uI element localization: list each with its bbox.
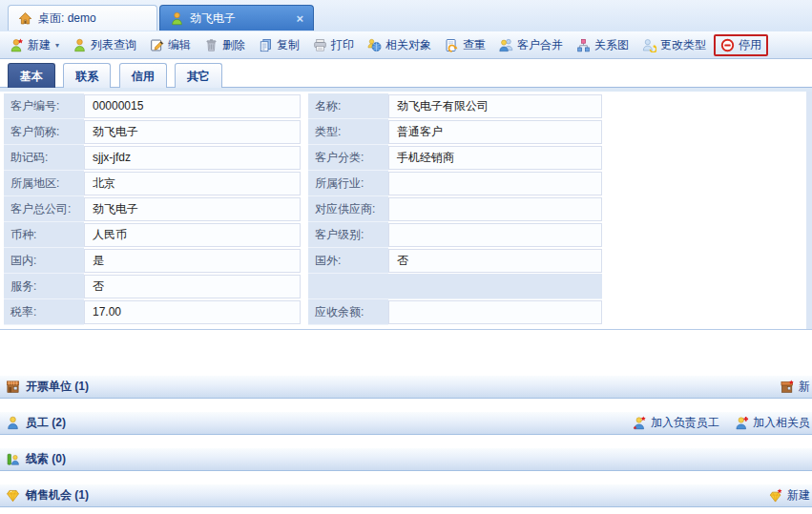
tab-customer-label: 劲飞电子 — [190, 10, 236, 27]
field-label: 国外: — [308, 248, 388, 274]
relationship-graph-label: 关系图 — [594, 37, 629, 53]
receivable-balance-value — [388, 300, 602, 324]
new-opportunity-button[interactable]: 新建 — [769, 487, 810, 504]
field-label: 币种: — [4, 222, 84, 248]
parent-company-value: 劲飞电子 — [84, 197, 301, 221]
column-gap — [301, 196, 308, 222]
edit-icon — [150, 38, 164, 52]
tab-other[interactable]: 其它 — [175, 63, 222, 90]
relationship-graph-button[interactable]: 关系图 — [571, 34, 635, 56]
change-type-icon — [642, 38, 656, 52]
customer-level-value — [388, 223, 602, 247]
field-label: 所属地区: — [4, 171, 84, 196]
field-label: 客户级别: — [308, 222, 388, 248]
customer-icon — [170, 11, 184, 26]
customer-name-value: 劲飞电子有限公司 — [388, 94, 602, 118]
related-objects-button[interactable]: 相关对象 — [362, 34, 437, 56]
merge-customers-label: 客户合并 — [517, 37, 563, 53]
section-leads[interactable]: 线索 (0) — [0, 447, 812, 471]
print-button[interactable]: 打印 — [307, 34, 360, 56]
section-sales-opportunities[interactable]: 销售机会 (1) 新建 — [0, 483, 812, 507]
field-label: 名称: — [308, 93, 388, 119]
duplicate-check-icon — [445, 38, 459, 52]
column-gap — [301, 248, 308, 274]
disable-label: 停用 — [739, 37, 761, 53]
check-duplicate-button[interactable]: 查重 — [439, 34, 491, 56]
org-chart-icon — [576, 38, 591, 52]
list-query-button[interactable]: 列表查询 — [67, 34, 142, 56]
print-label: 打印 — [331, 37, 354, 53]
field-label: 国内: — [4, 248, 84, 274]
tab-desktop-label: 桌面: demo — [38, 10, 96, 27]
new-billing-unit-label: 新 — [799, 379, 810, 395]
disable-button[interactable]: 停用 — [714, 34, 768, 56]
section-actions: 新 — [781, 379, 810, 395]
printer-icon — [313, 38, 327, 52]
column-gap — [301, 274, 308, 299]
column-gap — [301, 222, 308, 248]
supplier-value — [388, 197, 602, 221]
field-label: 客户编号: — [4, 93, 84, 119]
column-gap — [301, 299, 308, 325]
tax-rate-value: 17.00 — [84, 300, 301, 324]
chevron-down-icon[interactable]: ▾ — [55, 41, 59, 50]
person-add-star-icon — [633, 416, 647, 430]
field-label: 助记码: — [4, 145, 84, 171]
tab-credit[interactable]: 信用 — [119, 63, 167, 90]
delete-label: 删除 — [222, 37, 245, 53]
person-add-plus-icon — [735, 416, 749, 430]
region-value: 北京 — [84, 172, 301, 195]
short-name-value: 劲飞电子 — [84, 120, 301, 144]
add-related-employee-button[interactable]: 加入相关员 — [735, 415, 810, 431]
new-button[interactable]: 新建 ▾ — [4, 34, 65, 56]
opportunity-icon — [6, 488, 20, 503]
detail-tab-bar: 基本 联系 信用 其它 — [0, 59, 812, 88]
column-gap — [301, 93, 308, 119]
copy-button[interactable]: 复制 — [253, 34, 305, 56]
add-related-employee-label: 加入相关员 — [753, 415, 810, 431]
close-icon[interactable]: × — [296, 12, 303, 25]
service-value: 否 — [84, 275, 301, 298]
add-responsible-employee-button[interactable]: 加入负责员工 — [633, 415, 719, 431]
employee-icon — [6, 416, 20, 430]
new-label: 新建 — [28, 37, 51, 53]
new-billing-unit-button[interactable]: 新 — [781, 379, 810, 395]
mnemonic-code-value: sjjx-jfdz — [84, 146, 301, 170]
section-employees-title: 员工 (2) — [26, 415, 66, 431]
field-label: 应收余额: — [308, 299, 388, 325]
window-tab-bar: 桌面: demo 劲飞电子 × — [0, 0, 812, 32]
section-billing-units-title: 开票单位 (1) — [26, 379, 89, 395]
section-billing-units[interactable]: 开票单位 (1) 新 — [0, 375, 812, 399]
change-type-button[interactable]: 更改类型 — [636, 34, 712, 56]
billing-unit-add-icon — [781, 380, 795, 394]
copy-icon — [259, 38, 273, 52]
tab-desktop[interactable]: 桌面: demo — [8, 5, 157, 31]
tab-contact[interactable]: 联系 — [63, 63, 111, 90]
tab-basic[interactable]: 基本 — [8, 63, 55, 90]
billing-unit-icon — [6, 380, 20, 394]
industry-value — [388, 172, 602, 195]
empty-cell — [388, 274, 602, 299]
edit-button[interactable]: 编辑 — [144, 34, 197, 56]
person-icon — [73, 38, 87, 52]
change-type-label: 更改类型 — [660, 37, 706, 53]
section-employees[interactable]: 员工 (2) 加入负责员工 加入相关员 — [0, 411, 812, 435]
field-label: 类型: — [308, 119, 388, 145]
field-label: 客户总公司: — [4, 196, 84, 222]
customer-number-value: 00000015 — [84, 94, 301, 118]
column-gap — [301, 119, 308, 145]
delete-button[interactable]: 删除 — [198, 34, 251, 56]
section-actions: 新建 — [769, 487, 810, 504]
field-label: 对应供应商: — [308, 196, 388, 222]
currency-value: 人民币 — [84, 223, 301, 247]
customer-detail-form: 客户编号: 00000015 名称: 劲飞电子有限公司 客户简称: 劲飞电子 类… — [4, 93, 602, 325]
trash-icon — [204, 38, 219, 52]
new-opportunity-label: 新建 — [787, 487, 810, 504]
section-sales-opportunities-title: 销售机会 (1) — [26, 487, 89, 504]
panel-right-border — [806, 92, 812, 330]
tab-customer-active[interactable]: 劲飞电子 × — [159, 5, 314, 31]
domestic-value: 是 — [84, 249, 301, 273]
copy-label: 复制 — [277, 37, 300, 53]
field-label: 税率: — [4, 299, 84, 325]
merge-customers-button[interactable]: 客户合并 — [493, 34, 569, 56]
